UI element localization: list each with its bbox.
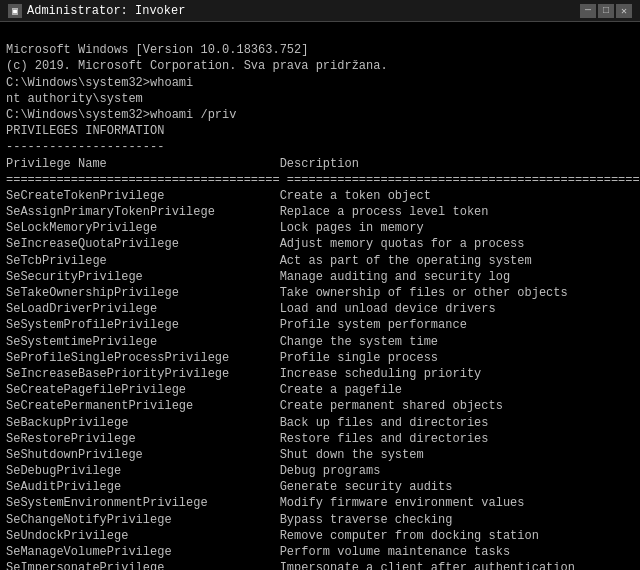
priv-row: SeAuditPrivilege Generate security audit… <box>6 479 634 495</box>
priv-row: SeSystemtimePrivilege Change the system … <box>6 334 634 350</box>
terminal-line: Microsoft Windows [Version 10.0.18363.75… <box>6 42 634 58</box>
priv-row: SeProfileSingleProcessPrivilege Profile … <box>6 350 634 366</box>
priv-row: SeTakeOwnershipPrivilege Take ownership … <box>6 285 634 301</box>
priv-row: SeIncreaseQuotaPrivilege Adjust memory q… <box>6 236 634 252</box>
priv-row: SeTcbPrivilege Act as part of the operat… <box>6 253 634 269</box>
priv-row: SeShutdownPrivilege Shut down the system… <box>6 447 634 463</box>
priv-row: SeManageVolumePrivilege Perform volume m… <box>6 544 634 560</box>
priv-row: SeDebugPrivilege Debug programs Enabled <box>6 463 634 479</box>
terminal: Microsoft Windows [Version 10.0.18363.75… <box>0 22 640 570</box>
priv-row: SeLoadDriverPrivilege Load and unload de… <box>6 301 634 317</box>
priv-row: SeIncreaseBasePriorityPrivilege Increase… <box>6 366 634 382</box>
priv-row: SeRestorePrivilege Restore files and dir… <box>6 431 634 447</box>
priv-row: SeCreatePermanentPrivilege Create perman… <box>6 398 634 414</box>
maximize-button[interactable]: □ <box>598 4 614 18</box>
terminal-line: nt authority\system <box>6 91 634 107</box>
terminal-line: ---------------------- <box>6 139 634 155</box>
priv-row: SeBackupPrivilege Back up files and dire… <box>6 415 634 431</box>
priv-row: SeSystemEnvironmentPrivilege Modify firm… <box>6 495 634 511</box>
priv-row: SeChangeNotifyPrivilege Bypass traverse … <box>6 512 634 528</box>
terminal-line: PRIVILEGES INFORMATION <box>6 123 634 139</box>
priv-row: SeCreateTokenPrivilege Create a token ob… <box>6 188 634 204</box>
title-bar: ▣ Administrator: Invoker ─ □ ✕ <box>0 0 640 22</box>
priv-row: SeImpersonatePrivilege Impersonate a cli… <box>6 560 634 570</box>
terminal-line: C:\Windows\system32>whoami <box>6 75 634 91</box>
priv-row: SeLockMemoryPrivilege Lock pages in memo… <box>6 220 634 236</box>
priv-row: SeAssignPrimaryTokenPrivilege Replace a … <box>6 204 634 220</box>
col-separator: ====================================== =… <box>6 172 634 188</box>
priv-table-header: Privilege Name Description State <box>6 156 634 172</box>
priv-row: SeSystemProfilePrivilege Profile system … <box>6 317 634 333</box>
window-icon: ▣ <box>8 4 22 18</box>
minimize-button[interactable]: ─ <box>580 4 596 18</box>
terminal-line: C:\Windows\system32>whoami /priv <box>6 107 634 123</box>
priv-row: SeCreatePagefilePrivilege Create a pagef… <box>6 382 634 398</box>
close-button[interactable]: ✕ <box>616 4 632 18</box>
window-title: Administrator: Invoker <box>27 4 185 18</box>
priv-row: SeUndockPrivilege Remove computer from d… <box>6 528 634 544</box>
priv-row: SeSecurityPrivilege Manage auditing and … <box>6 269 634 285</box>
terminal-line: (c) 2019. Microsoft Corporation. Sva pra… <box>6 58 634 74</box>
